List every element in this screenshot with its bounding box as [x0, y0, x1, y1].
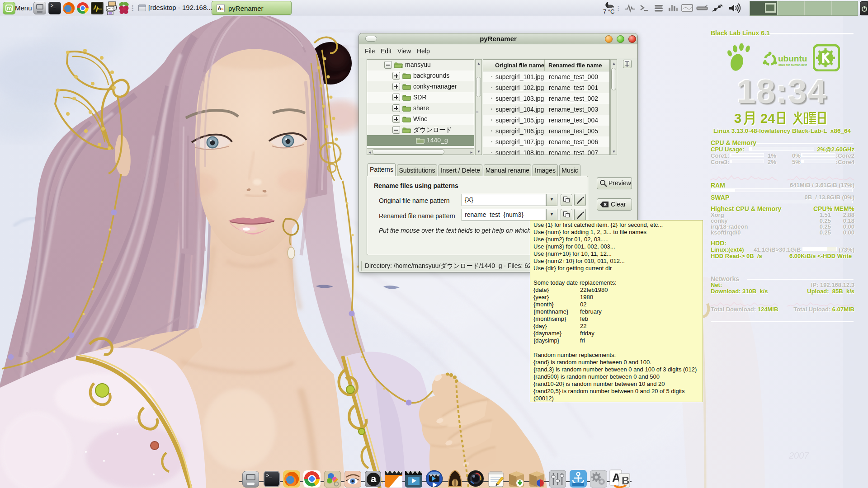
svg-text:3: 3 [734, 111, 741, 126]
svg-text:2007: 2007 [788, 450, 809, 460]
svg-text:B: B [622, 474, 629, 487]
svg-text:24: 24 [760, 111, 775, 126]
svg-text:ubuntu: ubuntu [778, 54, 807, 63]
svg-text:linux for human beings: linux for human beings [778, 63, 807, 67]
